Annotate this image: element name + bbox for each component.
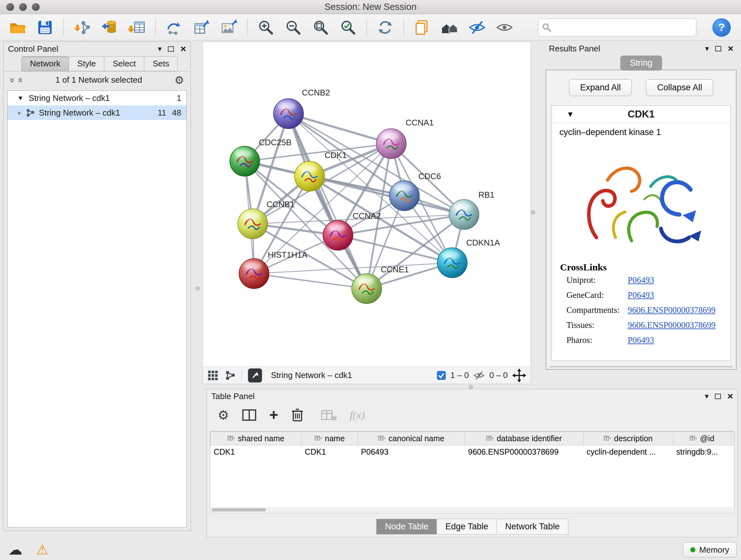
table-settings-gear-icon[interactable]: ⚙ (218, 409, 229, 422)
network-edge[interactable] (254, 273, 367, 289)
duplicate-page-button[interactable] (413, 18, 431, 37)
results-scrollbar[interactable] (549, 366, 733, 368)
zoom-fit-button[interactable] (312, 18, 330, 37)
table-panel-menu-icon[interactable]: ▾ (704, 392, 709, 400)
network-edge[interactable] (288, 114, 391, 144)
table-cell[interactable]: 9606.ENSP00000378699 (465, 445, 583, 459)
gene-card-header[interactable]: ▼ CDK1 (552, 106, 731, 123)
table-cell[interactable]: CDK1 (301, 445, 358, 459)
table-cell[interactable]: cyclin-dependent ... (583, 445, 673, 459)
network-node-CCNB1[interactable] (238, 209, 268, 239)
network-node-CCNE1[interactable] (352, 273, 382, 304)
crosslink-link[interactable]: P06493 (628, 290, 654, 300)
zoom-out-button[interactable] (284, 18, 302, 37)
panel-menu-icon[interactable]: ▾ (158, 45, 161, 53)
zoom-selected-button[interactable] (339, 18, 357, 37)
network-edge-count: 48 (172, 108, 181, 118)
add-column-icon[interactable]: + (269, 408, 278, 423)
crosslink-link[interactable]: 9606.ENSP00000378699 (628, 320, 716, 330)
bottom-splitter-grip[interactable] (469, 385, 473, 389)
import-table-button[interactable] (128, 18, 146, 37)
tab-network-table[interactable]: Network Table (496, 519, 568, 535)
right-splitter-grip[interactable] (531, 210, 535, 214)
network-view-icon[interactable] (224, 370, 236, 381)
network-node-HIST1H1A[interactable] (239, 259, 269, 289)
crosslink-link[interactable]: 9606.ENSP00000378699 (628, 305, 716, 315)
network-edge[interactable] (288, 114, 367, 289)
table-row[interactable]: CDK1CDK1P064939606.ENSP00000378699cyclin… (211, 445, 735, 459)
network-options-gear-icon[interactable]: ⚙ (175, 75, 184, 85)
network-node-CCNA2[interactable] (323, 220, 353, 250)
crosslink-link[interactable]: P06493 (628, 335, 654, 345)
collection-caret-icon[interactable]: ▼ (17, 95, 23, 102)
memory-button[interactable]: Memory (683, 542, 737, 557)
tab-node-table[interactable]: Node Table (376, 519, 437, 535)
column-header-database-identifier[interactable]: database identifier (465, 432, 583, 445)
network-row[interactable]: ● String Network – cdk1 11 48 (8, 105, 186, 120)
float-panel-icon[interactable] (168, 46, 174, 52)
tab-select[interactable]: Select (104, 56, 144, 71)
tab-edge-table[interactable]: Edge Table (436, 519, 497, 535)
network-node-CCNA1[interactable] (376, 129, 406, 159)
column-header-canonical-name[interactable]: canonical name (358, 432, 465, 445)
show-all-button[interactable] (441, 18, 459, 37)
column-header-shared-name[interactable]: shared name (211, 432, 301, 445)
column-header-name[interactable]: name (301, 432, 358, 445)
results-close-panel-icon[interactable]: × (728, 44, 733, 53)
network-collection-row[interactable]: ▼ String Network – cdk1 1 (8, 91, 186, 105)
left-splitter-grip[interactable] (196, 287, 200, 291)
crosslink-link[interactable]: P06493 (628, 275, 654, 285)
export-network-button[interactable] (165, 18, 183, 37)
tab-style[interactable]: Style (69, 56, 105, 71)
tab-sets[interactable]: Sets (144, 56, 178, 71)
table-cell[interactable]: stringdb (731, 445, 734, 459)
save-session-button[interactable] (36, 18, 54, 37)
table-float-panel-icon[interactable] (715, 394, 721, 399)
column-header-description[interactable]: description (583, 432, 673, 445)
import-network-database-button[interactable] (100, 18, 119, 37)
help-button[interactable]: ? (712, 18, 731, 37)
collapse-all-networks-icon[interactable]: « (15, 78, 25, 83)
show-hidden-button[interactable] (495, 18, 514, 37)
table-cell[interactable]: stringdb:9... (673, 445, 731, 459)
tab-string[interactable]: String (620, 56, 662, 71)
selected-checkbox-icon[interactable] (437, 371, 446, 380)
select-columns-icon[interactable] (242, 409, 257, 422)
search-input[interactable] (538, 18, 696, 37)
network-node-CDK1[interactable] (294, 161, 325, 191)
results-panel-menu-icon[interactable]: ▾ (705, 45, 709, 52)
network-node-CDKN1A[interactable] (437, 248, 467, 278)
hide-selected-button[interactable] (468, 18, 486, 37)
export-table-button[interactable] (192, 18, 211, 37)
network-node-CDC6[interactable] (389, 181, 419, 211)
expand-all-button[interactable]: Expand All (569, 79, 632, 96)
import-table-icon (128, 18, 146, 37)
column-header-namespace[interactable]: namespace (731, 432, 734, 445)
apply-layout-button[interactable] (376, 18, 394, 37)
warning-icon[interactable]: ⚠ (37, 543, 49, 557)
zoom-in-button[interactable] (257, 18, 275, 37)
network-node-CDC25B[interactable] (230, 146, 260, 176)
hidden-eye-slash-icon[interactable] (473, 371, 485, 380)
pan-move-icon[interactable] (512, 368, 526, 382)
delete-column-trash-icon[interactable] (291, 408, 304, 422)
cloud-status-icon[interactable]: ☁ (8, 543, 22, 557)
network-node-CCNB2[interactable] (273, 99, 304, 129)
network-edge[interactable] (310, 176, 464, 214)
export-image-button[interactable] (219, 18, 238, 37)
table-cell[interactable]: CDK1 (211, 445, 301, 459)
close-panel-icon[interactable]: × (180, 44, 186, 54)
open-session-button[interactable] (8, 18, 27, 37)
table-hscrollbar[interactable] (210, 507, 734, 513)
grid-view-icon[interactable] (207, 370, 219, 381)
tab-network[interactable]: Network (21, 56, 69, 71)
network-node-RB1[interactable] (449, 199, 479, 230)
table-cell[interactable]: P06493 (358, 445, 465, 459)
collapse-all-button[interactable]: Collapse All (646, 79, 713, 96)
network-canvas[interactable]: CCNB2CCNA1CDC25BCDK1CDC6RB1CCNB1CCNA2CDK… (203, 42, 531, 367)
table-close-panel-icon[interactable]: × (727, 391, 733, 401)
birdseye-view-button[interactable] (248, 368, 262, 382)
results-float-panel-icon[interactable] (715, 46, 721, 51)
import-network-file-button[interactable] (73, 18, 91, 37)
column-header-@id[interactable]: @id (673, 432, 731, 445)
